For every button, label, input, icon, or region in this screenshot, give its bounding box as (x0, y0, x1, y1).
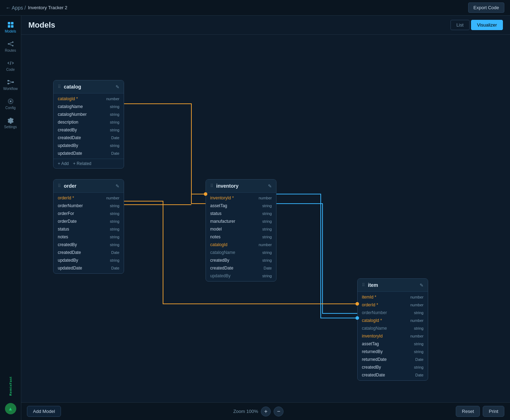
model-name-catalog: catalog (64, 84, 81, 90)
drag-handle-order[interactable]: ⠿ (58, 183, 61, 188)
field-type: Date (111, 151, 119, 155)
field-type: string (110, 235, 119, 239)
field-type: Date (415, 357, 424, 362)
table-row: assetTag string (358, 340, 428, 348)
field-name: inventoryId * (210, 195, 234, 200)
field-type: Date (111, 266, 119, 270)
table-row: catalogName string (206, 249, 276, 256)
reset-button[interactable]: Reset (456, 406, 480, 417)
sidebar-item-settings[interactable]: Settings (1, 114, 20, 132)
field-type: string (414, 365, 424, 369)
model-card-inventory: ⠿ inventory ✎ inventoryId * number asset… (206, 179, 276, 282)
drag-handle-item[interactable]: ⠿ (362, 283, 365, 288)
zoom-out-button[interactable]: − (274, 407, 284, 416)
field-type: Date (415, 373, 424, 377)
export-code-button[interactable]: Export Code (468, 2, 504, 13)
field-type: number (106, 196, 119, 200)
table-row: createdBy string (54, 241, 124, 249)
field-type: string (110, 104, 119, 109)
table-row: itemId * number (358, 293, 428, 301)
related-button-catalog[interactable]: + Related (73, 161, 91, 166)
sidebar-item-routes[interactable]: Routes (1, 38, 20, 55)
field-name: assetTag (210, 203, 227, 208)
field-name: inventoryId (362, 334, 383, 339)
field-name: orderFor (58, 211, 74, 216)
list-view-button[interactable]: List (450, 20, 470, 30)
svg-point-5 (12, 41, 13, 43)
field-type: string (262, 219, 272, 223)
svg-rect-12 (12, 81, 14, 83)
sidebar-item-models[interactable]: Models (1, 18, 20, 36)
field-name: itemId * (362, 295, 376, 300)
field-type: string (110, 219, 119, 223)
field-name: updatedDate (58, 266, 82, 271)
add-field-button-catalog[interactable]: + Add (58, 161, 69, 166)
field-name: status (210, 211, 222, 216)
model-card-order: ⠿ order ✎ orderId * number orderNumber s… (53, 179, 124, 274)
model-header-left-inventory: ⠿ inventory (210, 183, 239, 189)
field-name: updatedBy (58, 258, 78, 263)
svg-point-15 (10, 101, 11, 102)
field-type: string (110, 128, 119, 132)
field-name: updatedBy (58, 143, 78, 148)
edit-icon-item[interactable]: ✎ (420, 283, 424, 288)
field-type: string (110, 204, 119, 208)
field-name: returnedDate (362, 357, 387, 362)
field-type: number (410, 334, 424, 338)
field-type: number (106, 97, 119, 101)
field-type: string (110, 211, 119, 216)
field-name: createdDate (58, 250, 81, 255)
field-name: model (210, 227, 222, 232)
field-type: string (262, 211, 272, 216)
table-row: model string (206, 225, 276, 233)
model-footer-catalog: + Add + Related (54, 159, 124, 168)
field-name: catalogName (362, 326, 387, 331)
edit-icon-catalog[interactable]: ✎ (116, 84, 119, 90)
zoom-controls: Zoom 100% + − (233, 407, 284, 416)
model-card-item: ⠿ item ✎ itemId * number orderId * numbe… (357, 278, 428, 381)
drag-handle-catalog[interactable]: ⠿ (58, 84, 61, 89)
table-row: returnedBy string (358, 348, 428, 356)
model-fields-item: itemId * number orderId * number orderNu… (358, 292, 428, 380)
field-name: notes (210, 234, 220, 239)
svg-rect-2 (8, 25, 10, 28)
sidebar-item-code[interactable]: Code (1, 57, 20, 74)
svg-line-8 (9, 44, 12, 45)
table-row: catalogId * number (54, 95, 124, 103)
model-header-left-catalog: ⠿ catalog (58, 84, 81, 90)
sidebar-item-config[interactable]: Config (1, 95, 20, 113)
table-row: returnedDate Date (358, 356, 428, 363)
table-row: status string (206, 210, 276, 217)
svg-line-7 (9, 42, 12, 44)
field-type: number (259, 243, 272, 247)
edit-icon-inventory[interactable]: ✎ (268, 183, 272, 189)
field-name: manufacturer (210, 219, 235, 224)
print-button[interactable]: Print (483, 406, 504, 417)
sidebar-item-workflow[interactable]: Workflow (1, 76, 20, 93)
drag-handle-inventory[interactable]: ⠿ (210, 183, 213, 188)
table-row: createdDate Date (358, 371, 428, 379)
table-row: createdDate Date (54, 249, 124, 256)
svg-rect-1 (11, 22, 13, 24)
model-name-inventory: inventory (216, 183, 239, 189)
zoom-in-button[interactable]: + (261, 407, 271, 416)
add-model-button[interactable]: Add Model (27, 406, 61, 417)
app-title: Inventory Tracker 2 (28, 5, 67, 10)
sidebar-label-settings: Settings (4, 125, 17, 129)
table-row: orderNumber string (54, 202, 124, 210)
edit-icon-order[interactable]: ✎ (116, 183, 119, 189)
field-name: orderNumber (58, 203, 83, 208)
table-row: catalogId number (206, 241, 276, 249)
topbar: ← Apps / Inventory Tracker 2 Export Code (0, 0, 510, 16)
field-type: number (410, 318, 424, 323)
bottom-right-buttons: Reset Print (456, 406, 504, 417)
table-row: inventoryId * number (206, 194, 276, 202)
field-type: string (262, 227, 272, 231)
field-name: catalogId * (362, 318, 382, 323)
view-toggle: List Visualizer (450, 20, 503, 30)
back-arrow-icon[interactable]: ← Apps / (6, 5, 26, 11)
svg-line-14 (9, 82, 12, 84)
deploy-button[interactable]: ▲ (5, 403, 16, 414)
visualizer-view-button[interactable]: Visualizer (471, 20, 503, 30)
brand-label: RemixFast (9, 374, 12, 399)
